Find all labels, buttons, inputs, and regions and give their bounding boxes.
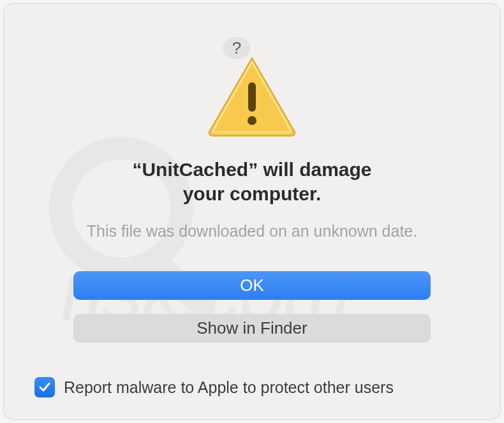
- dialog-title-line2: your computer.: [132, 182, 371, 206]
- svg-point-4: [248, 116, 256, 125]
- ok-button-label: OK: [240, 276, 264, 295]
- svg-rect-3: [248, 82, 256, 112]
- checkmark-icon: [38, 380, 52, 394]
- report-malware-row: Report malware to Apple to protect other…: [34, 377, 394, 397]
- report-malware-label: Report malware to Apple to protect other…: [64, 378, 394, 397]
- report-malware-checkbox[interactable]: [34, 377, 55, 397]
- show-in-finder-label: Show in Finder: [196, 318, 307, 338]
- dialog-title: “UnitCached” will damage your computer.: [132, 158, 371, 205]
- ok-button[interactable]: OK: [73, 271, 431, 300]
- show-in-finder-button[interactable]: Show in Finder: [73, 314, 431, 343]
- dialog-subtitle: This file was downloaded on an unknown d…: [87, 222, 417, 241]
- dialog-title-line1: “UnitCached” will damage: [132, 158, 371, 182]
- alert-dialog: risk.com ? “UnitCached” will damage your…: [3, 3, 501, 420]
- warning-icon: [207, 56, 297, 140]
